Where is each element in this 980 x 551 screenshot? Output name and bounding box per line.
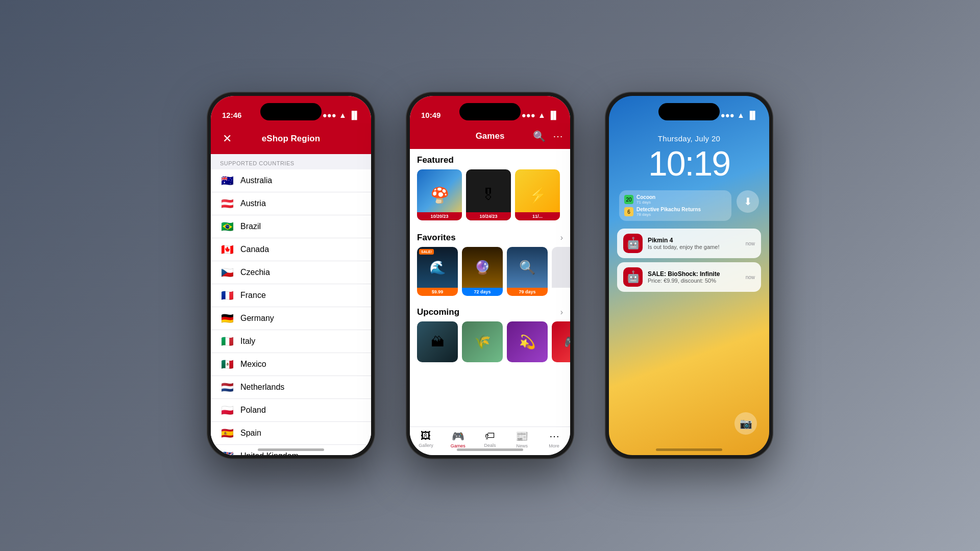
pikmin-notif-icon: 🤖 <box>623 234 643 253</box>
wario-date: 11/... <box>515 212 560 220</box>
fav-card-more[interactable]: › <box>552 247 570 296</box>
flag-canada: 🇨🇦 <box>220 244 234 255</box>
country-name-australia: Australia <box>240 176 362 185</box>
country-item-austria[interactable]: 🇦🇹 Austria <box>211 192 371 215</box>
phone-1: 12:46 ●●● ▲ ▐▌ ✕ eShop Region SUPPORTED … <box>207 92 375 459</box>
wifi-icon-1: ▲ <box>339 111 347 119</box>
phone-2-screen: 10:49 ●●● ▲ ▐▌ Games 🔍 ⋯ Featured 🍄 1 <box>410 96 570 455</box>
camera-button[interactable]: 📷 <box>734 412 757 435</box>
pikmin-notif-title: Pikmin 4 <box>648 237 741 244</box>
upcoming-card-1[interactable]: 🏔 <box>417 321 458 362</box>
search-icon[interactable]: 🔍 <box>533 130 546 142</box>
eshop-header: ✕ eShop Region <box>211 123 371 154</box>
country-name-austria: Austria <box>240 199 362 208</box>
tab-more[interactable]: ⋯ More <box>538 430 570 448</box>
country-name-brazil: Brazil <box>240 222 362 231</box>
flag-austria: 🇦🇹 <box>220 198 234 209</box>
news-icon: 📰 <box>516 430 528 442</box>
widget-area: 20 Cocoon 71 days 6 Detective Pikachu Re… <box>619 190 759 221</box>
flag-italy: 🇮🇹 <box>220 336 234 346</box>
games-label: Games <box>451 443 465 448</box>
fav-card-bioshock[interactable]: 🌊 SALE! $9.99 <box>417 247 458 296</box>
detective-image: 🔍 <box>507 247 548 288</box>
flag-france: 🇫🇷 <box>220 290 234 300</box>
country-item-mexico[interactable]: 🇲🇽 Mexico <box>211 353 371 376</box>
dynamic-island-1 <box>260 103 322 120</box>
country-name-czechia: Czechia <box>240 268 362 277</box>
games-title: Games <box>476 131 505 141</box>
bioshock-notif-icon: 🤖 <box>623 267 643 287</box>
close-button[interactable]: ✕ <box>220 132 234 146</box>
flag-australia: 🇦🇺 <box>220 176 234 186</box>
cocoon-widget-days: 71 days <box>636 200 655 205</box>
status-icons-2: ●●● ▲ ▐▌ <box>522 111 559 119</box>
upcoming-card-4[interactable]: 🎮 <box>552 321 570 362</box>
favorites-arrow[interactable]: › <box>560 233 563 242</box>
upcoming-label: Upcoming <box>417 307 459 317</box>
fav-card-detective[interactable]: 🔍 79 days <box>507 247 548 296</box>
phone-1-screen: 12:46 ●●● ▲ ▐▌ ✕ eShop Region SUPPORTED … <box>211 96 371 455</box>
signal-icon-3: ●●● <box>721 111 734 119</box>
battery-icon-2: ▐▌ <box>548 111 559 119</box>
more-image: › <box>552 247 570 288</box>
country-item-canada[interactable]: 🇨🇦 Canada <box>211 238 371 261</box>
detective-widget-name: Detective Pikachu Returns <box>636 207 701 212</box>
country-item-poland[interactable]: 🇵🇱 Poland <box>211 399 371 422</box>
cocoon-dot: 20 <box>624 195 633 204</box>
country-name-united-kingdom: United Kingdom <box>240 452 362 455</box>
tab-deals[interactable]: 🏷 Deals <box>474 430 506 448</box>
dynamic-island-3 <box>658 103 720 120</box>
lockscreen-time: 10:19 <box>609 143 769 183</box>
notification-pikmin[interactable]: 🤖 Pikmin 4 Is out today, enjoy the game!… <box>617 229 761 258</box>
tab-games[interactable]: 🎮 Games <box>442 430 474 448</box>
status-icons-3: ●●● ▲ ▐▌ <box>721 111 758 119</box>
flag-spain: 🇪🇸 <box>220 428 234 438</box>
favorites-row: 🌊 SALE! $9.99 🔮 72 days 🔍 79 days › <box>410 247 570 301</box>
lockscreen-date: Thursday, July 20 <box>609 134 769 143</box>
notification-bioshock[interactable]: 🤖 SALE: BioShock: Infinite Price: €9.99,… <box>617 262 761 292</box>
detective-dot: 6 <box>624 207 633 216</box>
upcoming-arrow[interactable]: › <box>560 308 563 317</box>
home-indicator-3 <box>656 448 722 451</box>
battery-icon-3: ▐▌ <box>747 111 758 119</box>
upcoming-card-3[interactable]: 💫 <box>507 321 548 362</box>
country-name-canada: Canada <box>240 245 362 254</box>
country-item-czechia[interactable]: 🇨🇿 Czechia <box>211 261 371 284</box>
country-name-spain: Spain <box>240 429 362 438</box>
flag-germany: 🇩🇪 <box>220 313 234 323</box>
country-name-germany: Germany <box>240 314 362 323</box>
countries-section-label: SUPPORTED COUNTRIES <box>211 154 371 169</box>
favorites-label: Favorites <box>417 233 456 243</box>
country-item-australia[interactable]: 🇦🇺 Australia <box>211 169 371 192</box>
tab-news[interactable]: 📰 News <box>506 430 538 448</box>
country-item-netherlands[interactable]: 🇳🇱 Netherlands <box>211 376 371 399</box>
country-item-germany[interactable]: 🇩🇪 Germany <box>211 307 371 330</box>
country-name-italy: Italy <box>240 337 362 346</box>
bioshock-notif-body: Price: €9.99, discount: 50% <box>648 278 741 284</box>
country-item-france[interactable]: 🇫🇷 France <box>211 284 371 307</box>
country-item-spain[interactable]: 🇪🇸 Spain <box>211 422 371 445</box>
tab-gallery[interactable]: 🖼 Gallery <box>410 430 442 448</box>
flag-czechia: 🇨🇿 <box>220 267 234 278</box>
cocoon-image: 🔮 <box>462 247 503 288</box>
time-1: 12:46 <box>222 111 241 119</box>
country-name-netherlands: Netherlands <box>240 383 362 392</box>
wifi-icon-2: ▲ <box>538 111 546 119</box>
widget-row-cocoon: 20 Cocoon 71 days <box>624 194 726 205</box>
notification-area: 🤖 Pikmin 4 Is out today, enjoy the game!… <box>617 229 761 296</box>
country-item-brazil[interactable]: 🇧🇷 Brazil <box>211 215 371 238</box>
featured-card-wario[interactable]: ⚡ 11/... <box>515 169 560 220</box>
more-icon[interactable]: ⋯ <box>553 130 563 142</box>
eshop-title: eShop Region <box>262 134 320 144</box>
games-widget: 20 Cocoon 71 days 6 Detective Pikachu Re… <box>619 190 731 221</box>
games-content: Featured 🍄 10/20/23 🎖 10/24/23 ⚡ 11/... <box>410 149 570 427</box>
featured-card-mario[interactable]: 🍄 10/20/23 <box>417 169 462 220</box>
upcoming-card-2[interactable]: 🌾 <box>462 321 503 362</box>
detective-days: 79 days <box>507 288 548 296</box>
fav-card-cocoon[interactable]: 🔮 72 days <box>462 247 503 296</box>
news-label: News <box>517 443 528 448</box>
featured-card-mgs[interactable]: 🎖 10/24/23 <box>466 169 511 220</box>
download-widget-button[interactable]: ⬇ <box>737 190 759 213</box>
country-item-italy[interactable]: 🇮🇹 Italy <box>211 330 371 353</box>
detective-widget-days: 78 days <box>636 212 701 217</box>
